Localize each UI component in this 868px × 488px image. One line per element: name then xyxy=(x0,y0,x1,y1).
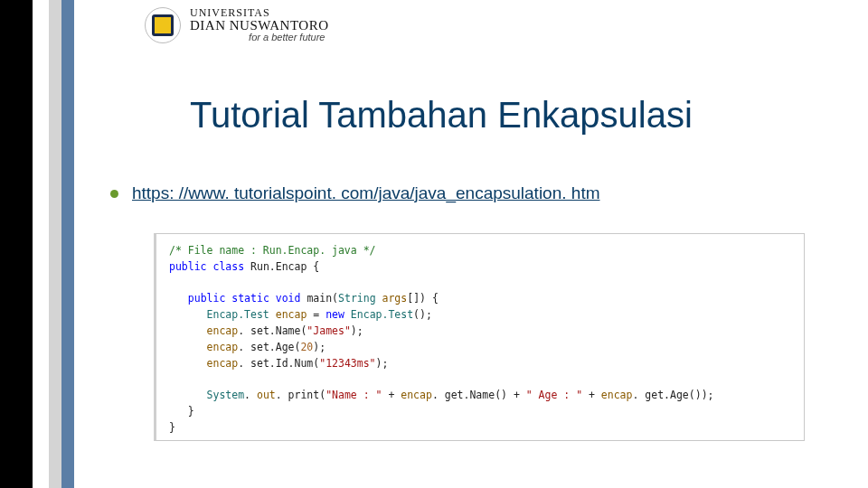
bullet-icon xyxy=(110,190,118,198)
decoration-bar-grey xyxy=(49,0,61,488)
logo-text: UNIVERSITAS DIAN NUSWANTORO for a better… xyxy=(190,7,328,43)
decoration-bar-black xyxy=(0,0,33,488)
logo-seal-icon xyxy=(145,7,181,43)
logo-tagline: for a better future xyxy=(190,33,328,43)
code-sample: /* File name : Run.Encap. java */ public… xyxy=(154,233,805,441)
code-comment: /* File name : Run.Encap. java */ xyxy=(169,244,375,257)
decoration-bar-blue xyxy=(61,0,74,488)
university-logo: UNIVERSITAS DIAN NUSWANTORO for a better… xyxy=(145,7,328,43)
slide-title: Tutorial Tambahan Enkapsulasi xyxy=(190,95,693,136)
logo-line2: DIAN NUSWANTORO xyxy=(190,19,328,33)
logo-line1: UNIVERSITAS xyxy=(190,7,328,19)
decoration-bar-white xyxy=(33,0,49,488)
tutorial-link[interactable]: https: //www. tutorialspoint. com/java/j… xyxy=(132,183,599,203)
